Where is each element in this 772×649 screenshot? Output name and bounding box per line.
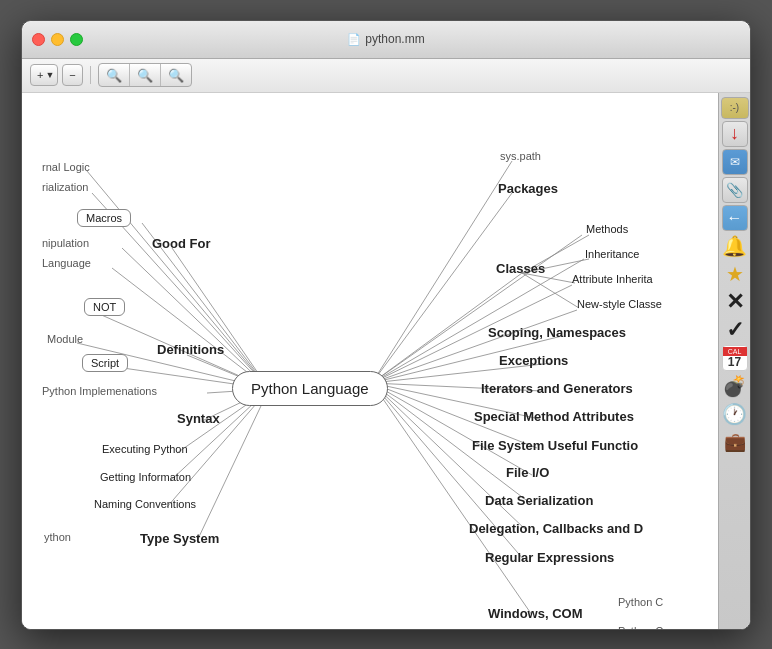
node-iterators-generators: Iterators and Generators bbox=[481, 381, 633, 396]
back-icon: ← bbox=[727, 209, 743, 227]
window-title: 📄 python.mm bbox=[347, 32, 424, 46]
bomb-button[interactable]: 💣 bbox=[722, 373, 748, 399]
node-methods: Methods bbox=[586, 223, 628, 235]
briefcase-icon: 💼 bbox=[724, 431, 746, 453]
calendar-button[interactable]: CAL 17 bbox=[722, 345, 748, 371]
node-type-system: Type System bbox=[140, 531, 219, 546]
node-new-style-classes: New-style Classe bbox=[577, 298, 662, 310]
smiley-button[interactable]: :-) bbox=[721, 97, 749, 119]
node-data-serialization: Data Serialization bbox=[485, 493, 593, 508]
node-exceptions: Exceptions bbox=[499, 353, 568, 368]
zoom-in-button[interactable]: 🔍 bbox=[161, 64, 191, 86]
zoom-reset-icon: 🔍 bbox=[137, 68, 153, 83]
traffic-lights bbox=[32, 33, 83, 46]
node-regular-expressions: Regular Expressions bbox=[485, 550, 614, 565]
minus-button[interactable]: − bbox=[62, 64, 82, 86]
node-scoping-namespaces: Scoping, Namespaces bbox=[488, 325, 626, 340]
close-button[interactable] bbox=[32, 33, 45, 46]
star-icon: ★ bbox=[726, 262, 744, 286]
mail-button[interactable]: ✉ bbox=[722, 149, 748, 175]
node-ython: ython bbox=[44, 531, 71, 543]
paperclip-button[interactable]: 📎 bbox=[722, 177, 748, 203]
node-sys-path: sys.path bbox=[500, 150, 541, 162]
zoom-reset-button[interactable]: 🔍 bbox=[130, 64, 161, 86]
svg-line-28 bbox=[372, 383, 532, 475]
smiley-icon: :-) bbox=[730, 102, 739, 113]
zoom-controls: 🔍 🔍 🔍 bbox=[98, 63, 192, 87]
node-classes: Classes bbox=[496, 261, 545, 276]
node-nipulation: nipulation bbox=[42, 237, 89, 249]
node-file-io: File I/O bbox=[506, 465, 549, 480]
zoom-in-icon: 🔍 bbox=[168, 68, 184, 83]
svg-line-30 bbox=[372, 383, 527, 531]
node-module: Module bbox=[47, 333, 83, 345]
add-arrow: ▼ bbox=[45, 70, 54, 80]
xmark-button[interactable]: ✕ bbox=[722, 289, 748, 315]
download-button[interactable]: ↓ bbox=[722, 121, 748, 147]
star-button[interactable]: ★ bbox=[722, 261, 748, 287]
toolbar: + ▼ − 🔍 🔍 🔍 bbox=[22, 59, 750, 93]
node-script: Script bbox=[82, 354, 128, 372]
node-executing-python: Executing Python bbox=[102, 443, 188, 455]
check-icon: ✓ bbox=[726, 317, 744, 343]
briefcase-button[interactable]: 💼 bbox=[722, 429, 748, 455]
node-language: Language bbox=[42, 257, 91, 269]
svg-line-17 bbox=[372, 193, 512, 383]
zoom-out-icon: 🔍 bbox=[106, 68, 122, 83]
node-definitions: Definitions bbox=[157, 342, 224, 357]
zoom-out-button[interactable]: 🔍 bbox=[99, 64, 130, 86]
node-getting-information: Getting Informaton bbox=[100, 471, 191, 483]
svg-line-2 bbox=[122, 248, 269, 389]
node-macros: Macros bbox=[77, 209, 131, 227]
svg-line-22 bbox=[372, 310, 577, 383]
add-button[interactable]: + ▼ bbox=[30, 64, 58, 86]
node-delegation-callbacks: Delegation, Callbacks and D bbox=[469, 521, 643, 536]
calendar-date: 17 bbox=[728, 356, 741, 368]
node-inheritance: Inheritance bbox=[585, 248, 639, 260]
clock-button[interactable]: 🕐 bbox=[722, 401, 748, 427]
node-naming-conventions: Naming Conventions bbox=[94, 498, 196, 510]
titlebar: 📄 python.mm bbox=[22, 21, 750, 59]
toolbar-separator bbox=[90, 66, 91, 84]
main-window: 📄 python.mm + ▼ − 🔍 🔍 🔍 bbox=[21, 20, 751, 630]
paperclip-icon: 📎 bbox=[726, 182, 743, 198]
node-python-implemenations: Python Implemenations bbox=[42, 385, 157, 397]
mindmap-canvas[interactable]: Python Language rnal Logic rialization M… bbox=[22, 93, 718, 629]
node-python-c2: Python C bbox=[618, 625, 663, 629]
node-windows-com: Windows, COM bbox=[488, 606, 583, 621]
node-python-c1: Python C bbox=[618, 596, 663, 608]
center-node: Python Language bbox=[232, 371, 388, 406]
check-button[interactable]: ✓ bbox=[722, 317, 748, 343]
node-syntax: Syntax bbox=[177, 411, 220, 426]
maximize-button[interactable] bbox=[70, 33, 83, 46]
alarm-icon: 🔔 bbox=[722, 234, 747, 258]
node-not: NOT bbox=[84, 298, 125, 316]
node-attribute-inheritance: Attribute Inherita bbox=[572, 273, 653, 285]
xmark-icon: ✕ bbox=[726, 289, 744, 315]
node-packages: Packages bbox=[498, 181, 558, 196]
node-rialization: rialization bbox=[42, 181, 88, 193]
back-button[interactable]: ← bbox=[722, 205, 748, 231]
clock-icon: 🕐 bbox=[722, 402, 747, 426]
svg-line-16 bbox=[372, 161, 512, 383]
download-icon: ↓ bbox=[730, 123, 739, 144]
node-special-method-attrs: Special Method Attributes bbox=[474, 409, 634, 424]
file-icon: 📄 bbox=[347, 33, 361, 46]
mail-icon: ✉ bbox=[730, 155, 740, 169]
node-rnal-logic: rnal Logic bbox=[42, 161, 90, 173]
minimize-button[interactable] bbox=[51, 33, 64, 46]
node-good-for: Good For bbox=[152, 236, 211, 251]
alarm-button[interactable]: 🔔 bbox=[722, 233, 748, 259]
content-area: Python Language rnal Logic rialization M… bbox=[22, 93, 750, 629]
sidebar: :-) ↓ ✉ 📎 ← 🔔 ★ ✕ ✓ bbox=[718, 93, 750, 629]
node-file-system: File System Useful Functio bbox=[472, 438, 638, 453]
bomb-icon: 💣 bbox=[722, 374, 747, 398]
